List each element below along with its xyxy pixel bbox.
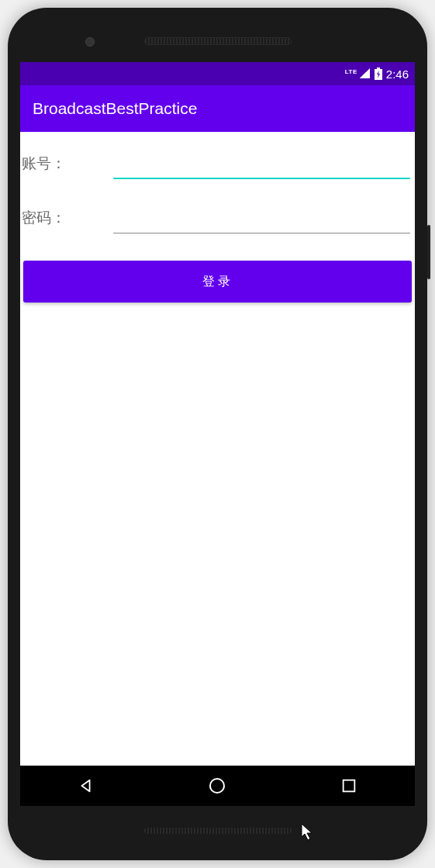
battery-charging-icon (375, 67, 382, 80)
network-type-label: LTE (345, 68, 357, 75)
app-bar: BroadcastBestPractice (20, 85, 415, 132)
square-recent-icon (340, 777, 357, 794)
svg-point-2 (210, 779, 224, 793)
password-underline (113, 233, 410, 233)
account-label: 账号： (20, 154, 113, 174)
account-input-wrap (113, 148, 410, 179)
password-input[interactable] (113, 209, 410, 233)
phone-power-button[interactable] (427, 225, 430, 279)
navigation-bar (20, 766, 415, 806)
nav-back-button[interactable] (55, 770, 117, 801)
login-button[interactable]: 登录 (23, 261, 412, 303)
svg-rect-3 (344, 780, 355, 792)
phone-frame: LTE 2:46 BroadcastBestPractice 账号： 密码： (8, 8, 427, 860)
circle-home-icon (208, 776, 226, 795)
svg-rect-1 (377, 67, 380, 69)
screen: LTE 2:46 BroadcastBestPractice 账号： 密码： (20, 62, 415, 806)
nav-home-button[interactable] (186, 770, 248, 801)
clock-time: 2:46 (386, 67, 409, 81)
content-area: 账号： 密码： 登录 (20, 132, 415, 766)
phone-speaker-top (144, 37, 292, 45)
phone-speaker-bottom (144, 828, 292, 834)
cellular-signal-icon (359, 68, 371, 79)
mouse-cursor-icon (301, 823, 315, 845)
account-input[interactable] (113, 154, 410, 179)
password-row: 密码： (20, 186, 415, 240)
phone-camera (85, 37, 95, 47)
app-title: BroadcastBestPractice (33, 99, 197, 118)
status-bar: LTE 2:46 (20, 62, 415, 85)
password-label: 密码： (20, 208, 113, 228)
account-row: 账号： (20, 132, 415, 186)
nav-recent-button[interactable] (318, 770, 380, 801)
triangle-back-icon (78, 777, 95, 794)
password-input-wrap (113, 202, 410, 233)
account-underline (113, 178, 410, 179)
